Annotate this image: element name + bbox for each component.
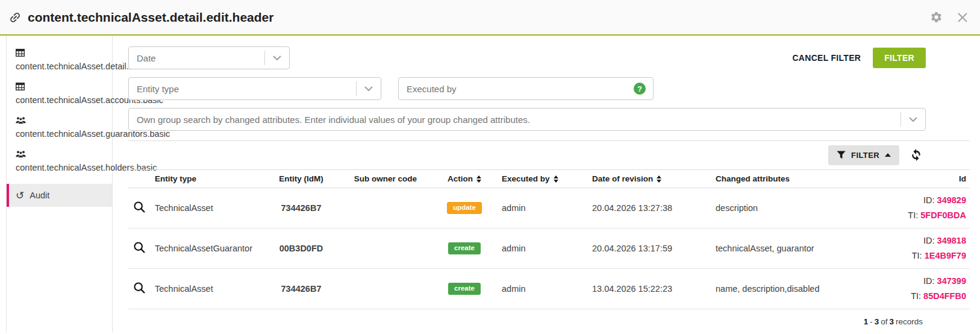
users-icon xyxy=(16,116,112,128)
executed-by-cell: admin xyxy=(498,228,588,269)
close-icon[interactable] xyxy=(957,12,968,23)
table-row: TechnicalAsset 734426B7 update admin 20.… xyxy=(128,188,970,228)
sidebar-item-audit[interactable]: ↺ Audit xyxy=(7,184,112,207)
filter-toggle-label: FILTER xyxy=(851,151,879,160)
refresh-icon[interactable] xyxy=(910,148,923,162)
caret-up-icon xyxy=(885,153,891,157)
sidebar-item-accounts-basic[interactable]: content.technicalAsset.accounts.basic xyxy=(7,78,112,112)
sort-icon xyxy=(657,175,661,183)
action-badge: create xyxy=(448,283,481,295)
column-action-sortable[interactable]: Action xyxy=(431,170,498,188)
chevron-down-icon[interactable] xyxy=(900,112,925,127)
sub-owner-code-cell xyxy=(340,269,431,309)
cancel-filter-button[interactable]: CANCEL FILTER xyxy=(791,48,862,68)
column-id: Id xyxy=(873,170,970,188)
table-toolbar: FILTER xyxy=(128,141,923,169)
id-cell: ID: 349829 TI: 5FDF0BDA xyxy=(873,188,970,228)
column-detail xyxy=(128,170,151,188)
sidebar-item-label: content.technicalAsset.guarantors.basic xyxy=(16,128,112,140)
sidebar: content.technicalAsset.detail.basic cont… xyxy=(6,36,113,333)
gear-icon[interactable] xyxy=(930,11,943,24)
changed-attributes-input[interactable] xyxy=(129,115,900,125)
column-entity-type: Entity type xyxy=(151,170,262,188)
table-icon xyxy=(16,83,112,94)
sidebar-item-detail-basic[interactable]: content.technicalAsset.detail.basic xyxy=(7,44,112,78)
id-cell: ID: 347399 TI: 85D4FFB0 xyxy=(873,269,970,309)
column-changed-attributes: Changed attributes xyxy=(712,170,873,188)
date-input[interactable] xyxy=(129,53,264,63)
window-header: content.technicalAsset.detail.edit.heade… xyxy=(0,0,980,36)
filter-toggle-button[interactable]: FILTER xyxy=(828,145,899,165)
action-badge: create xyxy=(448,242,481,254)
table-row: TechnicalAssetGuarantor 00B3D0FD create … xyxy=(128,228,970,269)
entity-type-input[interactable] xyxy=(129,84,356,94)
entity-idm-cell: 00B3D0FD xyxy=(262,228,340,269)
changed-attributes-cell: description xyxy=(712,188,873,228)
records-count: 1-3of3records xyxy=(128,309,970,326)
filter-submit-button[interactable]: FILTER xyxy=(873,48,926,68)
funnel-icon xyxy=(837,151,846,159)
date-of-revision-cell: 13.04.2026 15:22:23 xyxy=(588,269,712,309)
action-badge: update xyxy=(447,202,482,214)
changed-attributes-cell: name, description,disabled xyxy=(712,269,873,309)
search-icon[interactable] xyxy=(132,241,146,254)
id-cell: ID: 349818 TI: 1E4B9F79 xyxy=(873,228,970,269)
sort-icon xyxy=(476,175,481,183)
history-icon: ↺ xyxy=(16,191,24,201)
audit-panel: CANCEL FILTER FILTER ? xyxy=(113,36,980,333)
column-entity-idm: Entity (IdM) xyxy=(262,170,340,188)
column-sub-owner-code: Sub owner code xyxy=(340,170,431,188)
sidebar-item-guarantors-basic[interactable]: content.technicalAsset.guarantors.basic xyxy=(7,112,112,145)
sidebar-item-holders-basic[interactable]: content.technicalAsset.holders.basic xyxy=(7,145,112,179)
entity-type-cell: TechnicalAsset xyxy=(151,269,262,309)
date-of-revision-cell: 20.04.2026 13:27:38 xyxy=(588,188,712,228)
table-icon xyxy=(16,49,112,60)
table-header-row: Entity type Entity (IdM) Sub owner code … xyxy=(128,170,970,188)
changed-attributes-cell: technicalAsset, guarantor xyxy=(712,228,873,269)
date-of-revision-cell: 20.04.2026 13:17:59 xyxy=(588,228,712,269)
date-select[interactable] xyxy=(128,46,290,69)
column-executed-by-sortable[interactable]: Executed by xyxy=(498,170,588,188)
sidebar-item-label: content.technicalAsset.holders.basic xyxy=(16,162,112,174)
sidebar-item-label: content.technicalAsset.accounts.basic xyxy=(16,94,112,106)
entity-type-cell: TechnicalAsset xyxy=(151,188,262,228)
entity-idm-cell: 734426B7 xyxy=(262,188,340,228)
executed-by-cell: admin xyxy=(498,188,588,228)
sort-icon xyxy=(554,175,558,183)
page-title: content.technicalAsset.detail.edit.heade… xyxy=(28,10,930,25)
sidebar-item-label: content.technicalAsset.detail.basic xyxy=(16,60,112,72)
search-icon[interactable] xyxy=(132,282,146,294)
executed-by-input[interactable] xyxy=(399,84,634,94)
chevron-down-icon[interactable] xyxy=(264,51,289,65)
sidebar-item-label: Audit xyxy=(30,189,49,201)
changed-attributes-select[interactable] xyxy=(128,108,926,131)
help-icon[interactable]: ? xyxy=(634,83,646,95)
table-row: TechnicalAsset 734426B7 create admin 13.… xyxy=(128,269,970,309)
audit-table: Entity type Entity (IdM) Sub owner code … xyxy=(128,169,970,309)
executed-by-field[interactable]: ? xyxy=(398,77,654,100)
entity-type-cell: TechnicalAssetGuarantor xyxy=(151,228,262,269)
search-icon[interactable] xyxy=(132,201,146,213)
column-date-of-revision-sortable[interactable]: Date of revision xyxy=(588,170,712,188)
link-icon xyxy=(5,8,24,27)
chevron-down-icon[interactable] xyxy=(356,81,381,96)
users-icon xyxy=(16,150,112,162)
sub-owner-code-cell xyxy=(340,228,431,269)
sub-owner-code-cell xyxy=(340,188,431,228)
executed-by-cell: admin xyxy=(498,269,588,309)
entity-type-select[interactable] xyxy=(128,77,381,100)
entity-idm-cell: 734426B7 xyxy=(262,269,340,309)
